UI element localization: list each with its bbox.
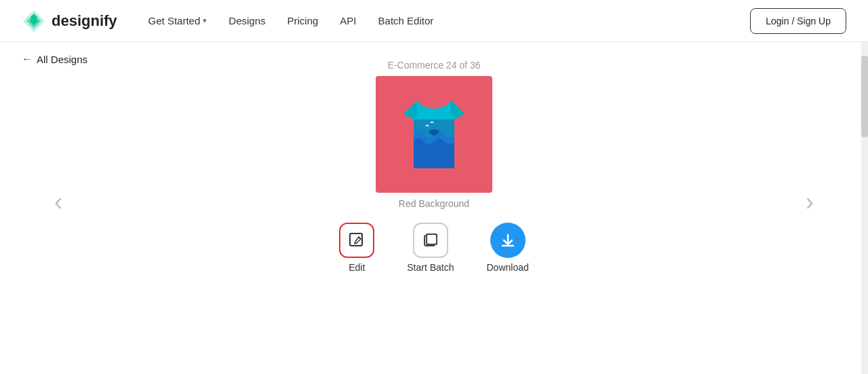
prev-arrow[interactable]: ‹	[54, 188, 62, 217]
navbar: designify Get Started ▾ Designs Pricing …	[0, 0, 868, 42]
scrollbar-thumb	[861, 56, 868, 137]
nav-pricing[interactable]: Pricing	[278, 10, 328, 32]
scrollbar[interactable]	[861, 42, 868, 374]
download-label: Download	[487, 262, 529, 273]
logo-text: designify	[52, 12, 117, 30]
batch-label: Start Batch	[407, 262, 454, 273]
download-icon	[498, 231, 517, 250]
nav-batch-editor[interactable]: Batch Editor	[369, 10, 443, 32]
breadcrumb[interactable]: ← All Designs	[22, 53, 87, 65]
edit-icon	[347, 231, 366, 250]
nav-designs[interactable]: Designs	[219, 10, 275, 32]
next-arrow[interactable]: ›	[806, 188, 814, 217]
download-button[interactable]: Download	[487, 223, 529, 273]
design-category: E-Commerce 24 of 36	[388, 60, 481, 71]
logo-icon	[22, 9, 46, 33]
back-arrow-icon: ←	[22, 53, 33, 65]
svg-rect-7	[427, 234, 437, 244]
breadcrumb-label: All Designs	[37, 54, 87, 65]
nav-api[interactable]: API	[330, 10, 366, 32]
nav-get-started[interactable]: Get Started ▾	[139, 10, 217, 32]
batch-icon-container	[413, 223, 448, 258]
batch-button[interactable]: Start Batch	[407, 223, 454, 273]
batch-icon	[421, 231, 440, 250]
action-buttons: Edit Start Batch Download	[339, 223, 529, 273]
main-content: ← All Designs ‹ E-Commerce 24 of 36	[0, 42, 868, 374]
design-image	[380, 80, 488, 189]
edit-button[interactable]: Edit	[339, 223, 374, 273]
logo[interactable]: designify	[22, 9, 117, 33]
design-name: Red Background	[399, 198, 469, 209]
edit-icon-container	[339, 223, 374, 258]
download-icon-container	[490, 223, 526, 258]
design-card	[376, 76, 492, 193]
chevron-down-icon: ▾	[203, 16, 207, 25]
edit-label: Edit	[349, 262, 365, 273]
login-button[interactable]: Login / Sign Up	[750, 8, 846, 34]
nav-links: Get Started ▾ Designs Pricing API Batch …	[139, 10, 751, 32]
